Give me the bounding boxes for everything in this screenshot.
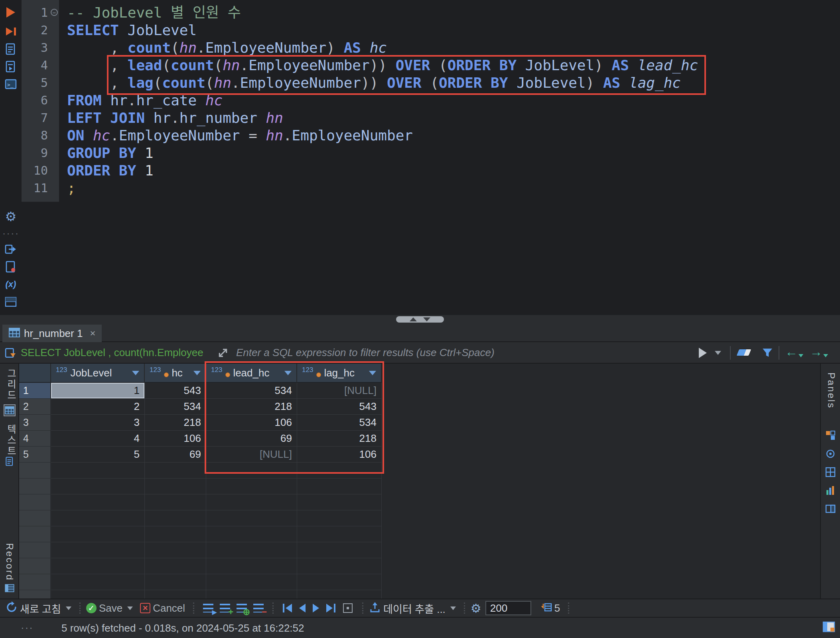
filter-settings-icon[interactable] <box>762 348 773 360</box>
export-data-button[interactable]: 데이터 추출 ... <box>383 601 446 616</box>
grid-view-icon[interactable] <box>4 404 16 416</box>
code-line[interactable]: ; <box>67 179 698 197</box>
script-output-icon[interactable] <box>3 259 18 274</box>
edit-cell-icon[interactable]: ▸ <box>203 604 213 612</box>
first-row-icon[interactable] <box>283 604 292 612</box>
references-panel-icon[interactable] <box>824 503 836 515</box>
column-filter-arrow-icon[interactable] <box>369 371 376 375</box>
table-cell[interactable]: 534 <box>206 383 297 399</box>
column-filter-arrow-icon[interactable] <box>193 371 201 375</box>
delete-row-icon[interactable]: − <box>253 604 264 612</box>
code-line[interactable]: , lead(count(hn.EmployeeNumber)) OVER (O… <box>67 57 698 74</box>
filter-back-icon[interactable]: ← <box>785 345 798 359</box>
row-number-cell[interactable]: 5 <box>19 447 51 463</box>
row-number-cell[interactable]: 2 <box>19 399 51 415</box>
code-line[interactable]: ON hc.EmployeeNumber = hn.EmployeeNumber <box>67 127 698 144</box>
filter-input[interactable]: Enter a SQL expression to filter results… <box>236 347 495 359</box>
table-cell[interactable]: 218 <box>145 415 206 431</box>
execute-script-icon[interactable] <box>3 24 18 39</box>
table-cell[interactable]: 534 <box>145 399 206 415</box>
splitter-handle[interactable] <box>396 316 444 323</box>
status-overflow-icon[interactable]: ··· <box>21 622 34 634</box>
table-cell[interactable]: 218 <box>297 431 382 447</box>
focus-cell-icon[interactable] <box>343 603 353 613</box>
splitter[interactable] <box>0 315 840 324</box>
table-cell[interactable]: 106 <box>145 431 206 447</box>
code-line[interactable]: GROUP BY 1 <box>67 144 698 162</box>
expand-filter-icon[interactable] <box>217 347 229 360</box>
code-line[interactable]: SELECT JobLevel <box>67 22 698 39</box>
panels-label[interactable]: Panels <box>826 372 837 409</box>
column-filter-arrow-icon[interactable] <box>284 371 292 375</box>
fetch-page-count[interactable]: 5 <box>554 602 560 614</box>
table-cell[interactable]: 218 <box>206 399 297 415</box>
table-cell[interactable]: 3 <box>51 415 145 431</box>
calc-panel-icon[interactable] <box>824 466 836 478</box>
table-cell[interactable]: 1 <box>51 383 145 399</box>
table-cell[interactable]: 5 <box>51 447 145 463</box>
column-header-lag_hc[interactable]: 123lag_hc <box>297 364 382 383</box>
table-cell[interactable]: [NULL] <box>297 383 382 399</box>
code-line[interactable]: , lag(count(hn.EmployeeNumber)) OVER (OR… <box>67 74 698 92</box>
layout-toggle-icon[interactable] <box>3 294 18 309</box>
table-cell[interactable]: [NULL] <box>206 447 297 463</box>
collapse-up-icon[interactable] <box>410 317 417 321</box>
code-line[interactable]: , count(hn.EmployeeNumber) AS hc <box>67 39 698 57</box>
value-panel-icon[interactable] <box>824 484 836 496</box>
metadata-panel-icon[interactable] <box>824 448 836 460</box>
export-upload-icon[interactable] <box>369 601 381 615</box>
refresh-icon[interactable] <box>6 601 18 615</box>
apply-filter-icon[interactable] <box>699 348 707 358</box>
filter-forward-icon[interactable]: → <box>810 345 822 359</box>
record-view-icon[interactable] <box>4 582 16 594</box>
executed-query-text[interactable]: SELECT JobLevel , count(hn.Employee <box>21 347 203 359</box>
code-line[interactable]: -- JobLevel 별 인원 수 <box>67 4 698 22</box>
overflow-dots-icon[interactable]: ···· <box>3 226 18 241</box>
code-line[interactable]: LEFT JOIN hr.hr_number hn <box>67 109 698 127</box>
collapse-down-icon[interactable] <box>423 317 430 321</box>
table-cell[interactable]: 543 <box>145 383 206 399</box>
cancel-button[interactable]: Cancel <box>153 602 185 614</box>
code-line[interactable]: ORDER BY 1 <box>67 162 698 179</box>
table-cell[interactable]: 2 <box>51 399 145 415</box>
save-caret-icon[interactable] <box>127 606 133 610</box>
tab-text-label[interactable]: 텍스트 <box>4 424 18 457</box>
row-number-cell[interactable]: 1 <box>19 383 51 399</box>
execute-query-icon[interactable] <box>3 5 18 20</box>
column-header-JobLevel[interactable]: 123JobLevel <box>51 364 145 383</box>
editor-settings-gear-icon[interactable]: ⚙ <box>3 209 18 224</box>
grouping-panel-icon[interactable] <box>824 429 836 441</box>
table-cell[interactable]: 69 <box>145 447 206 463</box>
prev-row-icon[interactable] <box>299 604 306 612</box>
duplicate-row-icon[interactable]: ⊕ <box>237 604 247 612</box>
refresh-button[interactable]: 새로 고침 <box>20 601 61 616</box>
table-cell[interactable]: 543 <box>297 399 382 415</box>
row-number-cell[interactable]: 4 <box>19 431 51 447</box>
grid-corner-cell[interactable] <box>19 364 51 383</box>
column-header-hc[interactable]: 123hc <box>145 364 206 383</box>
export-caret-icon[interactable] <box>450 606 456 610</box>
record-label[interactable]: Record <box>4 543 15 581</box>
row-number-cell[interactable]: 3 <box>19 415 51 431</box>
column-filter-arrow-icon[interactable] <box>132 371 139 375</box>
filter-history-caret-icon[interactable] <box>715 351 721 355</box>
last-row-icon[interactable] <box>326 604 335 612</box>
status-panels-icon[interactable] <box>822 621 835 634</box>
table-cell[interactable]: 4 <box>51 431 145 447</box>
tab-hr-number[interactable]: hr_number 1 × <box>2 325 102 342</box>
table-cell[interactable]: 69 <box>206 431 297 447</box>
export-result-icon[interactable] <box>3 242 18 257</box>
grid-settings-gear-icon[interactable]: ⚙ <box>471 601 481 615</box>
table-cell[interactable]: 106 <box>297 447 382 463</box>
open-script-icon[interactable] <box>3 59 18 74</box>
table-cell[interactable]: 106 <box>206 415 297 431</box>
add-row-icon[interactable]: + <box>220 604 230 612</box>
fold-icon[interactable]: − <box>51 9 58 16</box>
code-lines[interactable]: -- JobLevel 별 인원 수SELECT JobLevel , coun… <box>59 0 698 197</box>
refresh-caret-icon[interactable] <box>66 606 71 610</box>
parameters-icon[interactable]: (x) <box>3 277 18 292</box>
explain-plan-icon[interactable] <box>3 41 18 57</box>
column-header-lead_hc[interactable]: 123lead_hc <box>206 364 297 383</box>
tab-grid-label[interactable]: 그리드 <box>4 368 18 401</box>
code-line[interactable]: FROM hr.hr_cate hc <box>67 92 698 109</box>
